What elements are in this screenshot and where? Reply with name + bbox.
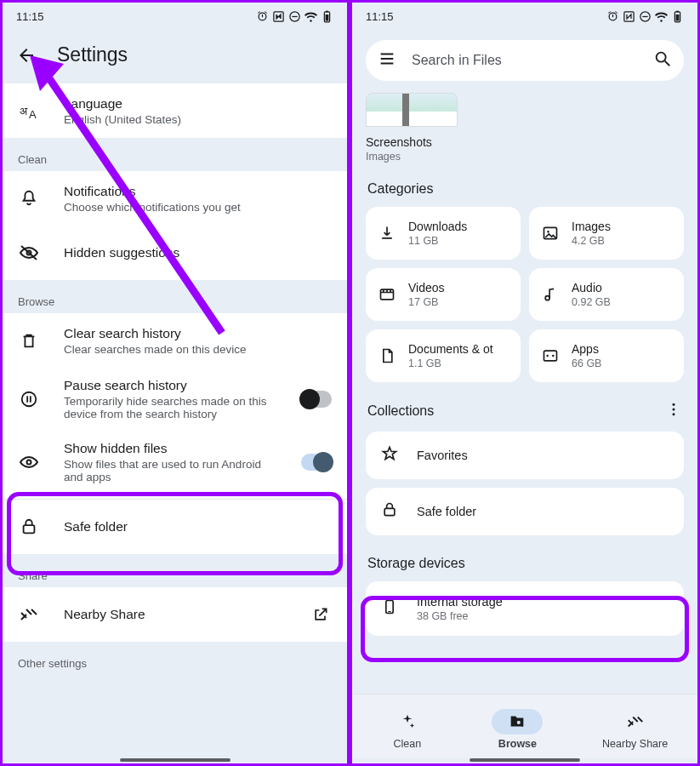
notifications-title: Notifications [64,184,332,199]
group-share: Share [3,554,347,587]
group-clean: Clean [3,138,347,171]
row-language[interactable]: अA Language English (United States) [3,83,347,138]
row-notifications[interactable]: Notifications Choose which notifications… [3,171,347,226]
menu-icon[interactable] [378,49,396,71]
clear-search-sub: Clear searches made on this device [64,343,332,356]
bell-icon [18,189,40,208]
audio-icon [541,286,560,303]
eye-off-icon [18,243,40,263]
recent-collection[interactable]: Screenshots Images [366,93,458,163]
svg-rect-28 [544,351,557,361]
home-handle[interactable] [120,758,230,762]
svg-point-13 [27,460,31,465]
status-bar-r: 11:15 [352,3,697,30]
category-grid: Downloads11 GB Images4.2 GB Videos17 GB … [352,207,697,382]
row-hidden-suggestions[interactable]: Hidden suggestions [3,226,347,280]
battery-icon [321,10,333,23]
svg-rect-18 [642,15,647,16]
clear-search-title: Clear search history [64,326,332,341]
row-show-hidden[interactable]: Show hidden files Show files that are us… [3,431,347,499]
open-external-icon [310,606,332,623]
alarm-icon [256,10,269,23]
arrow-left-icon [16,45,37,66]
language-title: Language [64,96,332,111]
status-bar: 11:15 [3,3,347,30]
recent-title: Screenshots [366,135,458,149]
language-value: English (United States) [64,113,332,126]
video-icon [378,286,396,303]
category-downloads[interactable]: Downloads11 GB [366,207,521,260]
pause-search-sub: Temporarily hide searches made on this d… [64,395,277,420]
svg-rect-36 [388,611,390,612]
svg-rect-11 [26,396,28,402]
collection-safe-folder[interactable]: Safe folder [366,488,684,535]
show-hidden-toggle[interactable] [301,454,332,471]
recent-thumbnail [366,93,458,127]
collection-favorites[interactable]: Favorites [366,432,684,479]
row-safe-folder-left[interactable]: Safe folder [3,500,347,554]
svg-rect-4 [326,10,328,12]
folder-search-icon [508,712,526,731]
section-storage: Storage devices [352,544,697,581]
apps-icon [541,347,560,364]
battery-icon [671,10,684,23]
more-icon[interactable] [665,401,682,421]
nfc-icon [623,10,635,23]
status-time-r: 11:15 [366,10,394,23]
svg-point-25 [547,231,549,233]
phone-files: 11:15 Search in Files Screenshots Images… [350,3,697,763]
show-hidden-title: Show hidden files [64,441,277,456]
notifications-sub: Choose which notifications you get [64,201,332,214]
svg-point-30 [552,355,555,357]
status-time: 11:15 [16,10,44,23]
svg-rect-5 [326,14,329,21]
svg-rect-12 [30,396,31,402]
category-documents[interactable]: Documents & other1.1 GB [366,329,521,382]
row-nearby-share[interactable]: Nearby Share [3,587,347,642]
svg-point-31 [673,403,675,406]
dnd-icon [288,10,301,23]
home-handle-r[interactable] [470,758,580,762]
row-clear-search[interactable]: Clear search history Clear searches made… [3,313,347,368]
nav-browse[interactable]: Browse [492,709,543,750]
nearby-icon [626,712,645,731]
document-icon [378,347,396,364]
wifi-icon [655,10,668,23]
search-placeholder: Search in Files [412,53,653,68]
nfc-icon [272,10,285,23]
nav-clean[interactable]: Clean [382,709,433,750]
pause-icon [18,390,40,409]
alarm-icon [606,10,619,23]
show-hidden-sub: Show files that are used to run Android … [64,458,277,483]
nav-nearby[interactable]: Nearby Share [602,709,668,750]
language-icon: अA [18,100,40,121]
svg-point-10 [22,392,37,407]
back-button[interactable] [16,45,37,66]
row-pause-search[interactable]: Pause search history Temporarily hide se… [3,368,347,431]
svg-point-37 [517,720,522,725]
recent-sub: Images [366,151,458,163]
group-other: Other settings [3,642,347,687]
pause-search-toggle[interactable] [301,391,332,408]
download-icon [378,225,396,242]
settings-header: Settings [3,30,347,83]
settings-title: Settings [57,43,128,66]
svg-point-32 [673,409,675,411]
category-images[interactable]: Images4.2 GB [529,207,684,260]
status-icons [256,10,333,23]
safe-folder-title: Safe folder [64,519,332,534]
category-videos[interactable]: Videos17 GB [366,268,521,321]
lock-icon [18,517,40,536]
search-icon[interactable] [653,49,672,71]
phone-settings: 11:15 Settings अA Language [3,3,350,763]
wifi-icon [304,10,317,23]
svg-text:A: A [29,108,37,121]
nearby-share-icon [18,604,40,625]
category-audio[interactable]: Audio0.92 GB [529,268,684,321]
phone-outline-icon [381,598,398,619]
category-apps[interactable]: Apps66 GB [529,329,684,382]
search-bar[interactable]: Search in Files [366,40,684,81]
bottom-nav: Clean Browse Nearby Share [352,694,697,758]
svg-rect-21 [676,14,680,21]
storage-internal[interactable]: Internal storage 38 GB free [366,581,684,636]
